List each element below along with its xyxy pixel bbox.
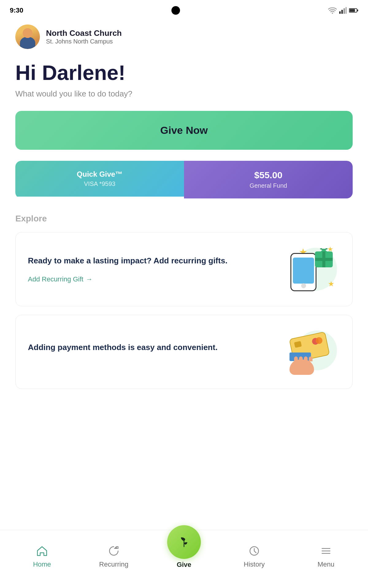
payment-methods-card: Adding payment methods is easy and conve… — [15, 315, 353, 389]
payment-methods-desc: Adding payment methods is easy and conve… — [28, 342, 279, 353]
church-header: North Coast Church St. Johns North Campu… — [15, 24, 353, 49]
quick-give-amount: $55.00 — [193, 170, 343, 180]
quick-give-fund: General Fund — [193, 182, 343, 189]
svg-point-0 — [332, 13, 333, 14]
signal-icon — [339, 7, 347, 14]
svg-rect-2 — [341, 10, 343, 14]
church-info: North Coast Church St. Johns North Campu… — [46, 28, 122, 45]
give-label: Give — [177, 561, 191, 569]
home-icon — [35, 544, 49, 558]
main-content: North Coast Church St. Johns North Campu… — [0, 18, 368, 459]
give-circle — [167, 525, 201, 559]
history-label: History — [244, 560, 265, 568]
recurring-gifts-text: Ready to make a lasting impact? Add recu… — [28, 255, 279, 283]
explore-title: Explore — [15, 214, 353, 224]
quick-give-right: $55.00 General Fund — [184, 161, 353, 198]
recurring-gifts-image: ★ ★ ★ — [285, 245, 340, 294]
quick-give-label: Quick Give™ — [25, 170, 175, 179]
wifi-icon — [328, 7, 337, 14]
menu-icon — [319, 544, 333, 558]
payment-methods-text: Adding payment methods is easy and conve… — [28, 342, 279, 362]
quick-give-left: Quick Give™ VISA *9593 — [15, 161, 184, 197]
status-bar: 9:30 — [0, 0, 368, 18]
status-icons — [328, 7, 358, 14]
greeting-subtext: What would you like to do today? — [15, 89, 353, 99]
avatar-image — [15, 24, 40, 49]
campus-name: St. Johns North Campus — [46, 38, 122, 45]
svg-rect-4 — [346, 7, 347, 14]
bottom-nav: Home Recurring Give — [0, 530, 368, 588]
give-now-button[interactable]: Give Now — [15, 111, 353, 150]
quick-give-button[interactable]: Quick Give™ VISA *9593 $55.00 General Fu… — [15, 161, 353, 198]
svg-rect-3 — [343, 8, 345, 14]
recurring-gifts-card: Ready to make a lasting impact? Add recu… — [15, 232, 353, 306]
svg-rect-6 — [349, 9, 355, 12]
greeting-section: Hi Darlene! What would you like to do to… — [15, 61, 353, 99]
recurring-gifts-desc: Ready to make a lasting impact? Add recu… — [28, 255, 279, 266]
menu-label: Menu — [317, 560, 334, 568]
status-time: 9:30 — [10, 6, 23, 14]
svg-rect-1 — [339, 11, 341, 14]
avatar — [15, 24, 40, 49]
nav-item-history[interactable]: History — [236, 544, 273, 568]
quick-give-card: VISA *9593 — [25, 180, 175, 187]
add-recurring-gift-link[interactable]: Add Recurring Gift → — [28, 275, 279, 283]
camera-notch — [171, 6, 180, 15]
recurring-icon — [107, 544, 121, 558]
nav-item-give[interactable]: Give — [167, 525, 201, 569]
battery-icon — [349, 8, 358, 13]
history-icon — [247, 544, 261, 558]
nav-item-home[interactable]: Home — [24, 544, 60, 568]
nav-item-recurring[interactable]: Recurring — [95, 544, 132, 568]
explore-section: Explore Ready to make a lasting impact? … — [15, 214, 353, 389]
svg-rect-7 — [357, 9, 358, 11]
payment-methods-image — [285, 327, 340, 376]
recurring-label: Recurring — [99, 560, 128, 568]
nav-item-menu[interactable]: Menu — [308, 544, 344, 568]
home-label: Home — [33, 560, 51, 568]
church-name: North Coast Church — [46, 28, 122, 38]
greeting-headline: Hi Darlene! — [15, 61, 353, 84]
